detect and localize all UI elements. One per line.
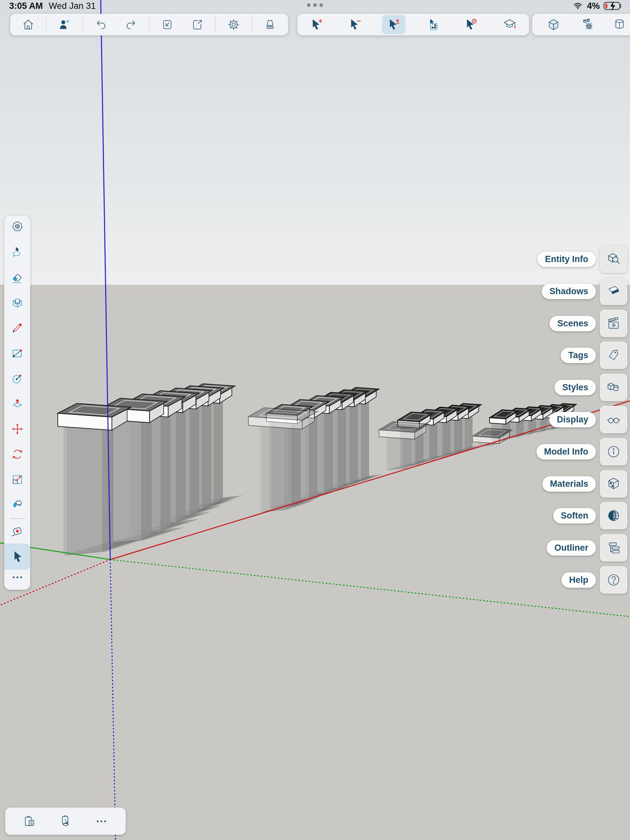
paste-button[interactable] bbox=[18, 812, 41, 831]
panel-label-styles[interactable]: Styles bbox=[554, 380, 596, 395]
toolbar-model-objects bbox=[532, 14, 630, 35]
export-model-icon bbox=[191, 18, 204, 31]
more-tools-button[interactable] bbox=[6, 567, 29, 587]
panel-button-display[interactable] bbox=[600, 406, 627, 433]
panel-button-soften[interactable] bbox=[600, 502, 627, 529]
panel-button-model-info[interactable] bbox=[600, 438, 627, 466]
more-button[interactable] bbox=[90, 812, 113, 831]
select-plusminus-icon bbox=[386, 17, 401, 32]
rectangle-tool-button[interactable] bbox=[6, 343, 29, 363]
panel-button-scenes[interactable] bbox=[600, 309, 627, 337]
panel-label-soften[interactable]: Soften bbox=[553, 508, 596, 524]
select-none-icon bbox=[464, 17, 478, 32]
materials-icon bbox=[606, 476, 622, 492]
external-drive-button[interactable] bbox=[258, 15, 282, 34]
section-box-icon bbox=[11, 296, 24, 309]
panel-button-materials[interactable] bbox=[600, 470, 627, 497]
redo-button[interactable] bbox=[119, 15, 143, 34]
box-3d-icon bbox=[547, 18, 560, 32]
scenes-icon bbox=[606, 316, 622, 331]
panel-button-tags[interactable] bbox=[600, 341, 627, 369]
paste-in-place-icon bbox=[59, 815, 73, 828]
select-none-button[interactable] bbox=[459, 15, 483, 34]
pushpull-tool-icon bbox=[11, 397, 24, 411]
dot bbox=[307, 3, 311, 7]
dot bbox=[313, 3, 317, 7]
scale-tool-button[interactable] bbox=[6, 469, 29, 490]
circle-tool-icon bbox=[11, 372, 24, 385]
more-icon bbox=[95, 815, 108, 828]
panel-label-help[interactable]: Help bbox=[562, 572, 596, 588]
move-tool-icon bbox=[11, 422, 24, 436]
toolbar-selection-modes bbox=[297, 14, 529, 35]
wifi-icon bbox=[572, 1, 584, 11]
viewport-3d[interactable] bbox=[0, 0, 630, 840]
toolbar-main bbox=[10, 14, 288, 35]
pencil-tool-icon bbox=[11, 321, 24, 335]
panel-label-scenes[interactable]: Scenes bbox=[549, 316, 596, 331]
paint-tool-icon bbox=[11, 498, 24, 512]
add-person-icon bbox=[58, 18, 71, 31]
select-subtract-button[interactable] bbox=[343, 15, 367, 34]
panel-button-shadows[interactable] bbox=[600, 278, 627, 305]
rotate-tool-button[interactable] bbox=[6, 444, 29, 464]
battery-charging-icon bbox=[603, 0, 625, 11]
undo-button[interactable] bbox=[89, 15, 113, 34]
add-component-icon bbox=[579, 18, 593, 32]
component-tool-button[interactable] bbox=[6, 217, 29, 237]
tags-icon bbox=[606, 347, 622, 363]
rectangle-tool-icon bbox=[11, 346, 24, 360]
import-model-button[interactable] bbox=[155, 15, 179, 34]
paint-tool-button[interactable] bbox=[6, 494, 29, 515]
multitask-indicator[interactable] bbox=[307, 3, 323, 7]
status-date: Wed Jan 31 bbox=[49, 1, 96, 11]
move-tool-button[interactable] bbox=[6, 419, 29, 439]
panel-button-outliner[interactable] bbox=[600, 534, 627, 562]
select-add-button[interactable] bbox=[305, 15, 328, 34]
toolbar-separator bbox=[46, 17, 47, 32]
panel-label-tags[interactable]: Tags bbox=[561, 348, 596, 363]
tape-measure-icon bbox=[11, 524, 24, 538]
solid-cut-button[interactable] bbox=[608, 15, 630, 34]
select-all-button[interactable] bbox=[421, 15, 444, 34]
tape-measure-button[interactable] bbox=[6, 521, 29, 542]
select-plusminus-button[interactable] bbox=[382, 15, 405, 34]
panel-label-outliner[interactable]: Outliner bbox=[547, 540, 596, 556]
panel-label-display[interactable]: Display bbox=[549, 412, 596, 427]
select-all-icon bbox=[425, 17, 440, 32]
panel-button-styles[interactable] bbox=[600, 374, 627, 401]
panel-label-entity-info[interactable]: Entity Info bbox=[537, 251, 596, 267]
lasso-select-button[interactable] bbox=[6, 242, 29, 262]
panel-label-materials[interactable]: Materials bbox=[542, 476, 596, 492]
panel-label-model-info[interactable]: Model Info bbox=[537, 444, 596, 459]
more-tools-icon bbox=[11, 570, 24, 584]
eraser-tool-button[interactable] bbox=[6, 267, 29, 287]
circle-tool-button[interactable] bbox=[6, 368, 29, 389]
box-3d-button[interactable] bbox=[542, 15, 565, 34]
section-box-button[interactable] bbox=[6, 292, 29, 313]
instructor-button[interactable] bbox=[498, 15, 521, 34]
settings-gear-button[interactable] bbox=[222, 15, 245, 34]
help-icon bbox=[606, 572, 622, 588]
soften-icon bbox=[606, 508, 622, 524]
panel-label-shadows[interactable]: Shadows bbox=[542, 284, 596, 299]
paste-in-place-button[interactable] bbox=[54, 812, 78, 831]
outliner-icon bbox=[606, 540, 622, 556]
sky bbox=[0, 0, 630, 285]
status-bar: 3:05 AM Wed Jan 31 4% bbox=[0, 0, 630, 12]
pencil-tool-button[interactable] bbox=[6, 318, 29, 338]
home-button[interactable] bbox=[16, 15, 40, 34]
select-tool-button[interactable] bbox=[6, 546, 29, 567]
pushpull-tool-button[interactable] bbox=[6, 393, 29, 414]
panel-button-help[interactable] bbox=[600, 566, 627, 594]
toolbar-clipboard bbox=[5, 807, 126, 835]
instructor-icon bbox=[502, 17, 517, 32]
add-person-button[interactable] bbox=[53, 15, 76, 34]
panel-button-entity-info[interactable] bbox=[600, 245, 627, 273]
home-icon bbox=[22, 18, 35, 31]
dot bbox=[320, 3, 323, 7]
entity-info-icon bbox=[606, 251, 622, 267]
add-component-button[interactable] bbox=[575, 15, 598, 34]
sketchup-ipad-app: 3:05 AM Wed Jan 31 4% Entity In bbox=[0, 0, 630, 840]
export-model-button[interactable] bbox=[185, 15, 209, 34]
